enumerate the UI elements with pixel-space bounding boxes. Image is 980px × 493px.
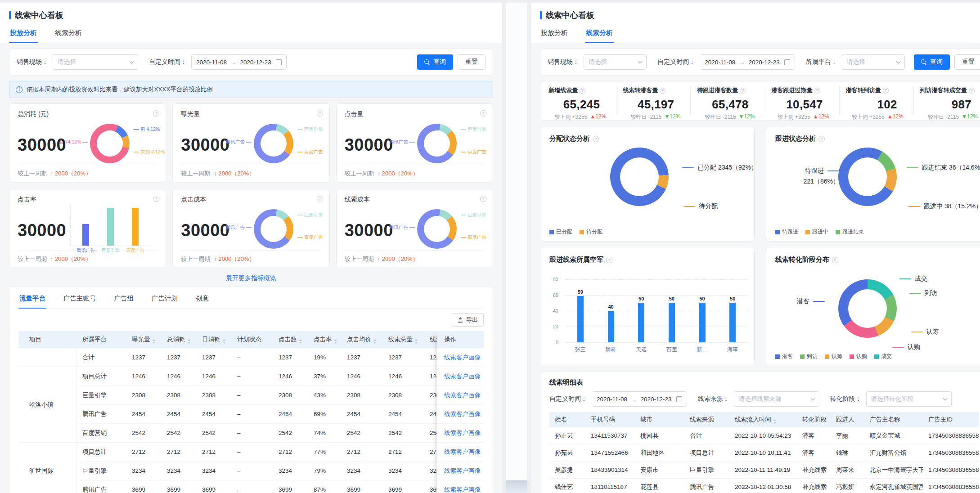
table-tab[interactable]: 流量平台 bbox=[18, 292, 46, 309]
scrollbar-thumb[interactable] bbox=[506, 480, 527, 493]
help-icon[interactable] bbox=[814, 88, 820, 94]
bar[interactable] bbox=[638, 303, 644, 342]
panel-header: 线索中心看板 投放分析 线索分析 bbox=[531, 3, 980, 43]
metric-cell: 新增线索量65,245较上周 +3255▲12% bbox=[542, 86, 616, 115]
column-header[interactable]: 点击率 bbox=[308, 331, 342, 348]
date-range-input[interactable]: 2020-11-08 → 2020-12-23 bbox=[191, 54, 287, 70]
calendar-icon bbox=[676, 396, 682, 402]
legend-item[interactable]: 待跟进 bbox=[775, 228, 798, 236]
table-tab[interactable]: 创意 bbox=[195, 292, 210, 309]
sort-carets-icon[interactable] bbox=[373, 339, 376, 344]
expand-more-link[interactable]: 展开更多指标概览 bbox=[9, 274, 493, 282]
tab-lead-analysis[interactable]: 线索分析 bbox=[54, 27, 83, 43]
sort-carets-icon[interactable] bbox=[415, 339, 418, 344]
project-group-cell: 哈洛小镇 bbox=[18, 367, 77, 443]
chart-area: 806040200594050505050张三滕科天远百里新二海事 bbox=[540, 269, 754, 354]
help-icon[interactable] bbox=[480, 110, 486, 117]
sort-carets-icon[interactable] bbox=[334, 339, 337, 344]
lead-profile-link[interactable]: 线索客户画像 bbox=[444, 448, 481, 456]
legend-item[interactable]: 跟进中 bbox=[805, 228, 828, 236]
lead-profile-link[interactable]: 线索客户画像 bbox=[444, 467, 481, 475]
column-header[interactable]: 日消耗 bbox=[197, 331, 232, 348]
column-header[interactable]: 总消耗 bbox=[162, 331, 197, 348]
lead-profile-link[interactable]: 线索客户画像 bbox=[444, 486, 481, 493]
legend-item[interactable]: 认购 bbox=[850, 353, 867, 360]
legend-label: 到访 bbox=[807, 353, 818, 360]
card-chart: 男 4.12%未知 4.12%女 74.12% bbox=[58, 120, 163, 169]
legend-item[interactable]: 认筹 bbox=[825, 353, 842, 360]
lead-profile-link[interactable]: 线索客户画像 bbox=[444, 429, 481, 437]
query-button[interactable]: 查询 bbox=[417, 54, 453, 70]
bar[interactable] bbox=[608, 311, 614, 342]
lead-profile-link[interactable]: 线索客户画像 bbox=[444, 372, 481, 381]
legend-item[interactable]: 潜客 bbox=[775, 353, 793, 360]
lead-profile-link[interactable]: 线索客户画像 bbox=[444, 391, 481, 399]
overview-cards: 总消耗 (元) 30000 男 4.12%未知 4.12%女 74.12% 较上… bbox=[9, 103, 493, 268]
legend-item[interactable]: 到访 bbox=[800, 353, 818, 360]
table-tab[interactable]: 广告主账号 bbox=[63, 292, 97, 309]
project-group-cell: 旷世国际 bbox=[18, 443, 77, 493]
lead-profile-link[interactable]: 线索客户画像 bbox=[444, 354, 481, 362]
sales-site-select[interactable]: 请选择 bbox=[53, 54, 138, 70]
table-tab[interactable]: 广告组 bbox=[113, 292, 135, 309]
lead-profile-link[interactable]: 线索客户画像 bbox=[444, 410, 481, 418]
help-icon[interactable] bbox=[969, 88, 975, 94]
date-range-input[interactable]: 2020-11-08 → 2020-12-23 bbox=[592, 391, 687, 407]
export-button[interactable]: 导出 bbox=[452, 313, 484, 327]
bar[interactable] bbox=[729, 303, 736, 342]
help-icon[interactable] bbox=[580, 88, 585, 94]
column-header[interactable]: 线索流入时间 bbox=[729, 412, 797, 427]
column-header[interactable]: 曝光量 bbox=[126, 331, 162, 348]
tab-placement-analysis[interactable]: 投放分析 bbox=[9, 27, 38, 43]
legend-item[interactable]: 成交 bbox=[874, 353, 892, 360]
y-axis-tick: 60 bbox=[540, 292, 558, 298]
legend-item[interactable]: 待分配 bbox=[580, 228, 602, 236]
cell: 李丽 bbox=[831, 427, 864, 444]
chart-legend: 已分配待分配 bbox=[549, 228, 602, 236]
date-range-input[interactable]: 2020-11-08 → 2020-12-23 bbox=[700, 54, 795, 70]
tab-lead-analysis[interactable]: 线索分析 bbox=[585, 27, 614, 43]
sort-carets-icon[interactable] bbox=[153, 339, 155, 344]
cell: 2712 bbox=[197, 443, 232, 462]
help-icon[interactable] bbox=[317, 196, 323, 202]
query-button[interactable]: 查询 bbox=[914, 54, 950, 70]
cell: 巨量引擎 bbox=[684, 462, 729, 479]
help-icon[interactable] bbox=[740, 88, 746, 94]
sort-carets-icon[interactable] bbox=[188, 339, 190, 344]
help-icon[interactable] bbox=[593, 136, 599, 142]
bar[interactable] bbox=[577, 296, 584, 342]
card-footer: 较上一周期↑ 2000（20%） bbox=[18, 165, 157, 178]
chart-area: 待跟进 221（86%） 跟进结束 36（14.6%） 跟进中 38（15.2%… bbox=[766, 148, 980, 229]
conversion-stage-select[interactable]: 请选择转化阶段 bbox=[866, 391, 952, 407]
leader-line bbox=[297, 215, 303, 215]
cell: 腾讯广告 bbox=[684, 479, 729, 493]
legend-item[interactable]: 跟进结束 bbox=[836, 228, 864, 236]
platform-select[interactable]: 请选择 bbox=[842, 54, 905, 70]
sort-carets-icon[interactable] bbox=[299, 339, 302, 344]
column-header[interactable]: 点击数 bbox=[273, 331, 308, 348]
table-tab[interactable]: 广告计划 bbox=[151, 292, 179, 309]
help-icon[interactable] bbox=[606, 257, 612, 263]
table-row: 旷世国际项目总计271227122712–271277%271227122712 bbox=[18, 443, 465, 462]
help-icon[interactable] bbox=[317, 110, 323, 117]
help-icon[interactable] bbox=[660, 88, 665, 94]
help-icon[interactable] bbox=[883, 88, 889, 94]
help-icon[interactable] bbox=[832, 257, 838, 263]
sales-site-select[interactable]: 请选择 bbox=[584, 54, 647, 70]
bar-value-label: 40 bbox=[608, 304, 613, 309]
lead-source-select[interactable]: 请选择线索来源 bbox=[734, 391, 819, 407]
sort-carets-icon[interactable] bbox=[773, 419, 776, 424]
help-icon[interactable] bbox=[480, 196, 486, 202]
tab-placement-analysis[interactable]: 投放分析 bbox=[540, 27, 569, 43]
help-icon[interactable] bbox=[818, 136, 825, 142]
help-icon[interactable] bbox=[153, 196, 159, 202]
help-icon[interactable] bbox=[153, 110, 159, 117]
column-header[interactable]: 点击均价 bbox=[342, 331, 383, 348]
reset-button[interactable]: 重置 bbox=[954, 54, 980, 70]
column-header[interactable]: 线索总量 bbox=[383, 331, 424, 348]
reset-button[interactable]: 重置 bbox=[458, 54, 486, 70]
bar[interactable] bbox=[699, 303, 706, 342]
legend-item[interactable]: 已分配 bbox=[549, 228, 572, 236]
bar[interactable] bbox=[669, 303, 675, 342]
sort-carets-icon[interactable] bbox=[223, 339, 225, 344]
